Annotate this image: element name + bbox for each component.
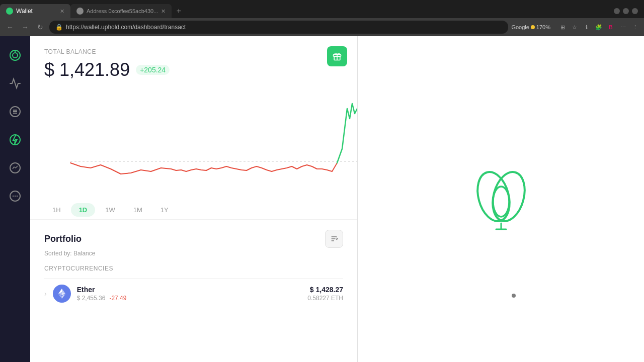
balance-change: +205.24 xyxy=(136,65,170,75)
google-dot xyxy=(531,25,535,29)
svg-point-28 xyxy=(493,187,509,217)
balance-label: Total balance xyxy=(44,48,343,55)
ether-usd-price: $ 2,455.36 xyxy=(77,295,106,302)
browser-icons: ⊞ ☆ ℹ 🧩 B ⋯ ⋮ xyxy=(557,22,640,32)
sort-button[interactable] xyxy=(325,230,343,248)
tab-bar: Wallet ✕ Address 0xcoffee55acb430... ✕ + xyxy=(0,0,644,18)
ether-chevron-icon: › xyxy=(44,290,47,298)
bookmark-icon[interactable]: ☆ xyxy=(570,22,580,32)
wallet-favicon xyxy=(6,8,13,15)
list-icon xyxy=(9,106,21,118)
portfolio-section: Portfolio Sorted by: Balance Cryptocurre… xyxy=(30,220,357,309)
main-content: Total balance $ 1,421.89 +205.24 xyxy=(30,36,644,362)
more-icon xyxy=(9,190,21,202)
ether-sub: $ 2,455.36 -27.49 xyxy=(77,295,302,302)
ether-list-item[interactable]: › Ether $ 2, xyxy=(44,278,343,309)
more-browser-icon[interactable]: ⋮ xyxy=(630,22,640,32)
price-chart xyxy=(30,88,357,199)
ether-amount: 0.58227 ETH xyxy=(307,295,343,302)
chart-icon xyxy=(9,162,21,174)
minimize-button[interactable] xyxy=(614,8,620,14)
address-bar[interactable]: 🔒 https://wallet.uphold.com/dashboard/tr… xyxy=(49,21,508,34)
sidebar xyxy=(0,36,30,362)
svg-point-12 xyxy=(17,196,18,197)
back-button[interactable]: ← xyxy=(4,21,16,33)
svg-point-10 xyxy=(13,196,14,197)
url-text: https://wallet.uphold.com/dashboard/tran… xyxy=(66,24,186,31)
extensions-icon[interactable]: ⊞ xyxy=(557,22,568,32)
google-badge: Google 170% xyxy=(511,24,550,30)
tab-wallet-close[interactable]: ✕ xyxy=(60,8,64,15)
sort-icon xyxy=(330,235,338,243)
ether-total-value: $ 1,428.27 xyxy=(307,286,343,294)
address-bar-row: ← → ↻ 🔒 https://wallet.uphold.com/dashbo… xyxy=(0,18,644,36)
balance-amount: $ 1,421.89 xyxy=(44,59,130,80)
svg-point-1 xyxy=(13,53,18,58)
chart-area xyxy=(30,88,357,199)
uphold-brand-icon xyxy=(471,164,531,234)
sidebar-zap[interactable] xyxy=(6,131,24,149)
tab-address-label: Address 0xcoffee55acb430... xyxy=(87,8,158,14)
crypto-section-label: Cryptocurrencies xyxy=(44,265,343,272)
address-favicon xyxy=(76,8,84,15)
right-panel xyxy=(358,36,644,362)
gift-icon xyxy=(332,51,342,61)
svg-point-11 xyxy=(15,196,16,197)
portfolio-title: Portfolio xyxy=(44,234,82,244)
brave-icon[interactable]: B xyxy=(606,22,616,32)
sort-description: Sorted by: Balance xyxy=(44,250,343,257)
left-panel: Total balance $ 1,421.89 +205.24 xyxy=(30,36,357,362)
tab-wallet[interactable]: Wallet ✕ xyxy=(0,4,70,18)
reload-button[interactable]: ↻ xyxy=(34,21,46,33)
maximize-button[interactable] xyxy=(623,8,629,14)
puzzle-icon[interactable]: 🧩 xyxy=(594,22,604,32)
zap-icon xyxy=(9,134,21,146)
grid-icon[interactable]: ⋯ xyxy=(618,22,628,32)
chart-section: 1H 1D 1W 1M 1Y xyxy=(30,88,357,219)
sidebar-logo[interactable] xyxy=(6,46,24,64)
ether-name: Ether xyxy=(77,286,302,294)
close-button[interactable] xyxy=(632,8,638,14)
uphold-logo-large xyxy=(471,164,531,234)
ether-info: Ether $ 2,455.36 -27.49 xyxy=(77,286,302,302)
portfolio-header: Portfolio xyxy=(44,230,343,248)
tab-address[interactable]: Address 0xcoffee55acb430... ✕ xyxy=(70,4,172,18)
browser-chrome: Wallet ✕ Address 0xcoffee55acb430... ✕ +… xyxy=(0,0,644,36)
app-container: Total balance $ 1,421.89 +205.24 xyxy=(0,36,644,362)
time-filter-1y[interactable]: 1Y xyxy=(152,203,177,217)
info-icon[interactable]: ℹ xyxy=(582,22,592,32)
gift-button[interactable] xyxy=(327,46,347,66)
tab-wallet-label: Wallet xyxy=(16,8,33,15)
new-tab-button[interactable]: + xyxy=(172,4,186,18)
ether-avatar xyxy=(53,285,71,303)
eth-logo-icon xyxy=(56,288,68,300)
time-filter-row: 1H 1D 1W 1M 1Y xyxy=(30,203,357,217)
forward-button[interactable]: → xyxy=(19,21,31,33)
zoom-level: 170% xyxy=(536,24,550,30)
time-filter-1h[interactable]: 1H xyxy=(44,203,69,217)
time-filter-1d[interactable]: 1D xyxy=(71,203,96,217)
sidebar-list[interactable] xyxy=(6,103,24,121)
sidebar-activity[interactable] xyxy=(6,74,24,93)
time-filter-1m[interactable]: 1M xyxy=(125,203,150,217)
tab-address-close[interactable]: ✕ xyxy=(161,8,166,15)
uphold-icon xyxy=(9,49,21,61)
time-filter-1w[interactable]: 1W xyxy=(97,203,123,217)
ether-change: -27.49 xyxy=(109,295,126,302)
ether-values: $ 1,428.27 0.58227 ETH xyxy=(307,286,343,302)
balance-row: $ 1,421.89 +205.24 xyxy=(44,59,343,80)
sidebar-chart[interactable] xyxy=(6,159,24,177)
activity-icon xyxy=(9,77,21,89)
sidebar-more[interactable] xyxy=(6,187,24,205)
balance-section: Total balance $ 1,421.89 +205.24 xyxy=(30,36,357,88)
google-label: Google xyxy=(511,24,529,30)
